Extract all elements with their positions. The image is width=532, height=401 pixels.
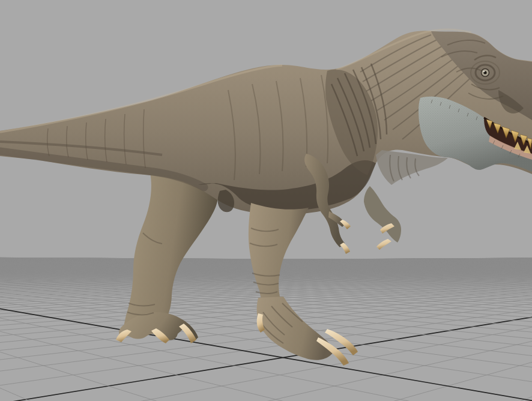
render-canvas: [0, 0, 532, 401]
3d-viewport[interactable]: [0, 0, 532, 401]
